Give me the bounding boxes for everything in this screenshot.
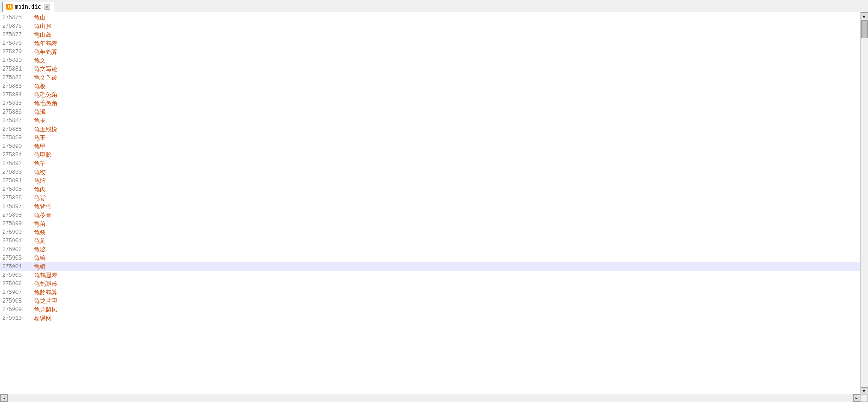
list-item[interactable]: 275910慕课网: [0, 314, 860, 322]
row-text: 龟笁: [34, 160, 46, 168]
row-number: 275892: [2, 161, 34, 167]
list-container[interactable]: 275875龟山275876龟山乡275877龟山岛275878龟年鹤寿2758…: [0, 12, 860, 394]
row-number: 275901: [2, 238, 34, 244]
row-number: 275910: [2, 315, 34, 322]
list-item[interactable]: 275879龟年鹤算: [0, 47, 860, 56]
row-number: 275876: [2, 23, 34, 29]
row-number: 275909: [2, 307, 34, 313]
row-number: 275886: [2, 109, 34, 115]
row-text: 龟毛兔角: [34, 99, 57, 108]
list-item[interactable]: 275901龟足: [0, 236, 860, 245]
list-item[interactable]: 275906龟鹤遐龄: [0, 279, 860, 288]
row-number: 275895: [2, 186, 34, 193]
row-number: 275879: [2, 49, 34, 55]
list-item[interactable]: 275883龟板: [0, 82, 860, 90]
row-text: 龟甲: [34, 142, 46, 151]
list-item[interactable]: 275902龟鉴: [0, 245, 860, 254]
scroll-down-button[interactable]: ▼: [861, 387, 868, 394]
row-text: 龟年鹤算: [34, 48, 57, 56]
list-item[interactable]: 275875龟山: [0, 13, 860, 22]
row-number: 275896: [2, 195, 34, 201]
title-bar: fI main.dic ×: [0, 0, 868, 12]
row-text: 龟苗: [34, 220, 46, 228]
list-item[interactable]: 275877龟山岛: [0, 30, 860, 39]
list-item[interactable]: 275886龟溪: [0, 108, 860, 116]
main-tab[interactable]: fI main.dic ×: [2, 2, 54, 12]
row-number: 275887: [2, 118, 34, 124]
list-item[interactable]: 275900龟裂: [0, 228, 860, 236]
row-number: 275875: [2, 14, 34, 21]
row-number: 275890: [2, 143, 34, 150]
row-number: 275905: [2, 272, 34, 279]
scroll-left-button[interactable]: ◄: [0, 394, 8, 402]
list-item[interactable]: 275884龟毛兔角: [0, 90, 860, 99]
list-item[interactable]: 275905龟鹤遐寿: [0, 271, 860, 279]
list-item[interactable]: 275894龟缩: [0, 176, 860, 185]
row-number: 275898: [2, 212, 34, 218]
row-text: 龟年鹤寿: [34, 39, 57, 47]
row-text: 龟龄鹤算: [34, 288, 57, 297]
row-text: 龟甲胶: [34, 151, 52, 159]
row-text: 龟王: [34, 134, 46, 142]
h-scroll-track[interactable]: [8, 394, 853, 402]
list-item[interactable]: 275909龟龙麟凤: [0, 305, 860, 314]
list-item[interactable]: 275887龟玉: [0, 116, 860, 125]
list-item[interactable]: 275903龟镜: [0, 254, 860, 262]
list-item[interactable]: 275893龟纹: [0, 168, 860, 176]
row-number: 275881: [2, 66, 34, 72]
row-number: 275889: [2, 135, 34, 141]
row-number: 275900: [2, 229, 34, 236]
list-item[interactable]: 275907龟龄鹤算: [0, 288, 860, 297]
row-number: 275893: [2, 169, 34, 175]
list-item[interactable]: 275889龟王: [0, 133, 860, 142]
row-text: 龟背: [34, 194, 46, 202]
list-item[interactable]: 275896龟背: [0, 194, 860, 202]
row-text: 龟肉: [34, 185, 46, 194]
content-area: 275875龟山275876龟山乡275877龟山岛275878龟年鹤寿2758…: [0, 12, 868, 394]
row-text: 龟文鸟迹: [34, 74, 57, 82]
row-text: 龟溪: [34, 108, 46, 116]
list-item[interactable]: 275891龟甲胶: [0, 151, 860, 159]
list-item[interactable]: 275897龟背竹: [0, 202, 860, 211]
tab-label: main.dic: [15, 4, 41, 10]
list-item[interactable]: 275899龟苗: [0, 219, 860, 228]
row-text: 龟龙麟凤: [34, 306, 57, 314]
row-text: 龟缩: [34, 177, 46, 185]
scroll-track[interactable]: [861, 19, 868, 387]
list-item[interactable]: 275895龟肉: [0, 185, 860, 194]
row-text: 龟镜: [34, 254, 46, 262]
list-item[interactable]: 275892龟笁: [0, 159, 860, 168]
row-number: 275906: [2, 281, 34, 287]
row-text: 龟文写迹: [34, 65, 57, 73]
list-item[interactable]: 275878龟年鹤寿: [0, 39, 860, 47]
scroll-right-button[interactable]: ►: [853, 394, 860, 402]
row-number: 275883: [2, 83, 34, 90]
list-item[interactable]: 275885龟毛兔角: [0, 99, 860, 108]
list-item[interactable]: 275888龟玉毁棁: [0, 125, 860, 133]
row-number: 275885: [2, 100, 34, 107]
list-item[interactable]: 275876龟山乡: [0, 22, 860, 30]
row-number: 275880: [2, 57, 34, 64]
list-item[interactable]: 275898龟苓膏: [0, 211, 860, 219]
row-number: 275904: [2, 264, 34, 270]
row-text: 龟玉毁棁: [34, 125, 57, 133]
row-text: 龟足: [34, 237, 46, 245]
row-number: 275888: [2, 126, 34, 132]
list-item[interactable]: 275904龟鳞: [0, 262, 860, 271]
row-number: 275897: [2, 203, 34, 210]
row-number: 275894: [2, 178, 34, 184]
list-item[interactable]: 275880龟文: [0, 56, 860, 65]
row-text: 龟山: [34, 14, 46, 22]
list-item[interactable]: 275908龟龙片甲: [0, 297, 860, 305]
tab-close-button[interactable]: ×: [44, 4, 50, 10]
vertical-scrollbar[interactable]: ▲ ▼: [860, 12, 868, 394]
row-number: 275877: [2, 32, 34, 38]
row-number: 275899: [2, 221, 34, 227]
row-text: 龟文: [34, 57, 46, 65]
list-item[interactable]: 275882龟文鸟迹: [0, 73, 860, 82]
row-number: 275907: [2, 289, 34, 296]
list-item[interactable]: 275890龟甲: [0, 142, 860, 151]
scroll-up-button[interactable]: ▲: [861, 12, 868, 19]
list-item[interactable]: 275881龟文写迹: [0, 65, 860, 73]
scroll-thumb[interactable]: [861, 20, 868, 38]
